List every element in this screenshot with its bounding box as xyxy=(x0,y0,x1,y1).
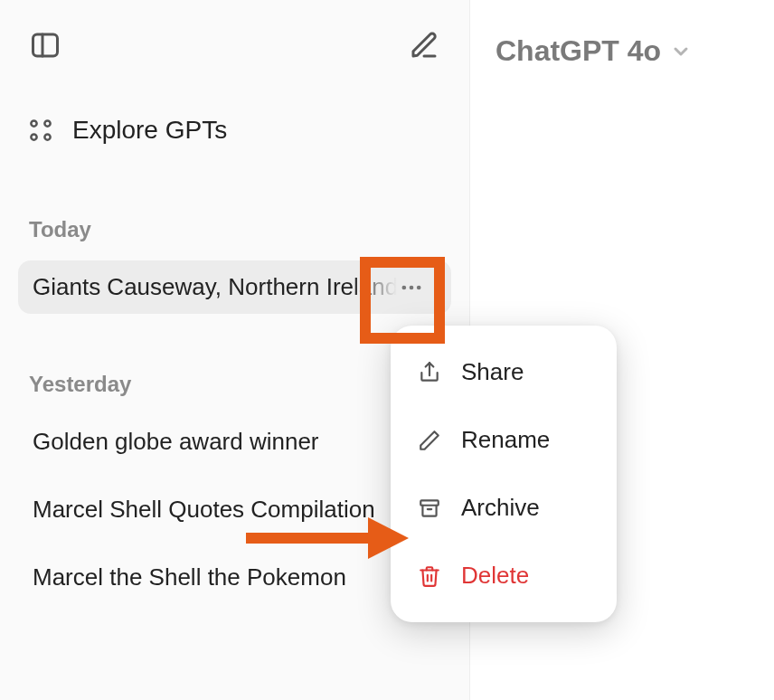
svg-point-5 xyxy=(44,134,50,139)
menu-item-label: Rename xyxy=(461,426,550,454)
chat-item-title: Marcel Shell Quotes Compilation xyxy=(33,496,375,523)
svg-rect-10 xyxy=(420,500,439,505)
grid-icon xyxy=(27,117,54,144)
chat-item-title: Golden globe award winner xyxy=(33,428,319,455)
menu-item-label: Delete xyxy=(461,562,529,590)
section-heading-today: Today xyxy=(18,217,451,242)
menu-item-label: Archive xyxy=(461,494,540,522)
menu-item-rename[interactable]: Rename xyxy=(391,406,617,474)
trash-icon xyxy=(418,564,441,588)
toggle-sidebar-button[interactable] xyxy=(25,25,65,65)
svg-point-3 xyxy=(44,120,50,126)
chat-item[interactable]: Golden globe award winner xyxy=(18,415,451,468)
new-chat-button[interactable] xyxy=(404,25,444,65)
chat-item-title: Giants Causeway, Northern Ireland xyxy=(33,273,398,300)
svg-rect-0 xyxy=(33,34,58,56)
svg-point-7 xyxy=(410,285,414,289)
menu-item-delete[interactable]: Delete xyxy=(391,542,617,610)
chat-item-more-button[interactable] xyxy=(399,275,424,300)
section-heading-yesterday: Yesterday xyxy=(18,372,451,397)
explore-gpts-item[interactable]: Explore GPTs xyxy=(18,109,451,152)
chat-item-active[interactable]: Giants Causeway, Northern Ireland xyxy=(18,260,451,314)
svg-point-6 xyxy=(402,285,407,289)
sidebar-top-row xyxy=(18,25,451,65)
svg-point-2 xyxy=(31,120,36,126)
sidebar-panel-icon xyxy=(29,29,61,61)
explore-gpts-label: Explore GPTs xyxy=(72,116,227,145)
app-root: Explore GPTs Today Giants Causeway, Nort… xyxy=(0,0,774,700)
svg-point-8 xyxy=(417,285,421,289)
model-switcher-label: ChatGPT 4o xyxy=(496,34,661,68)
pencil-icon xyxy=(418,429,441,452)
compose-icon xyxy=(408,29,440,61)
menu-item-archive[interactable]: Archive xyxy=(391,474,617,542)
ellipsis-icon xyxy=(399,275,424,300)
chat-context-menu: Share Rename Archive Delete xyxy=(391,326,617,622)
menu-item-label: Share xyxy=(461,358,524,386)
model-switcher[interactable]: ChatGPT 4o xyxy=(488,25,756,77)
menu-item-share[interactable]: Share xyxy=(391,338,617,406)
svg-point-4 xyxy=(31,134,36,139)
archive-icon xyxy=(418,497,441,520)
share-icon xyxy=(418,361,441,384)
chat-item[interactable]: Marcel Shell Quotes Compilation xyxy=(18,483,451,536)
chat-item[interactable]: Marcel the Shell the Pokemon xyxy=(18,551,451,604)
chevron-down-icon xyxy=(670,41,692,62)
chat-item-title: Marcel the Shell the Pokemon xyxy=(33,563,346,591)
